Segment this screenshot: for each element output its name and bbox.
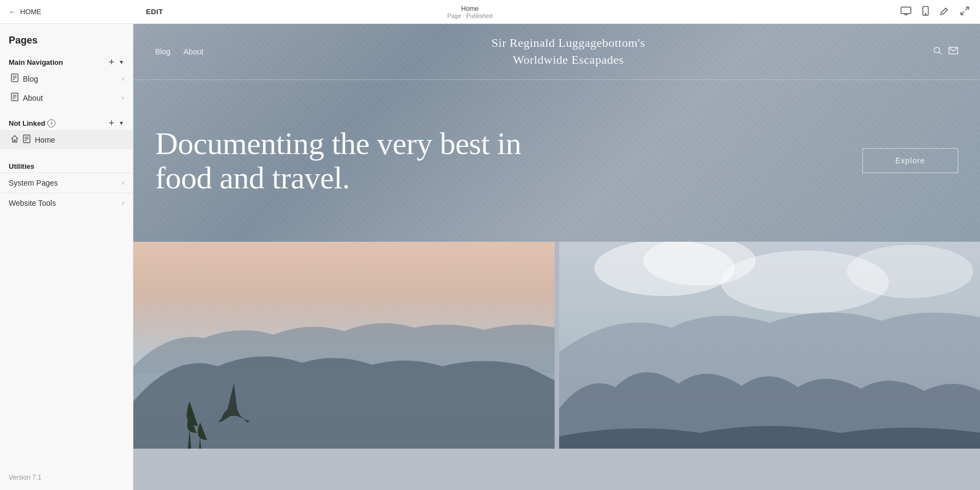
sidebar-title: Pages: [9, 35, 124, 46]
version-label: Version 7.1: [0, 465, 133, 490]
website-preview: Blog About Sir Reginald Luggagebottom's …: [133, 24, 980, 490]
sidebar-item-system-pages[interactable]: System Pages ›: [0, 173, 133, 193]
hero-headline: Documenting the very best in food and tr…: [155, 126, 862, 196]
hero-body: Documenting the very best in food and tr…: [133, 80, 980, 242]
page-title: Home: [461, 5, 479, 13]
back-arrow-icon: ←: [9, 8, 16, 16]
system-pages-label: System Pages: [9, 179, 58, 187]
about-chevron-icon: ›: [122, 94, 124, 102]
edit-label[interactable]: EDIT: [146, 8, 163, 16]
not-linked-controls: + ▾: [107, 118, 124, 128]
about-page-icon: [11, 93, 19, 103]
image-left: [133, 242, 555, 449]
svg-point-19: [934, 47, 940, 53]
site-title-line1: Sir Reginald Luggagebottom's: [492, 35, 645, 52]
website-tools-label: Website Tools: [9, 199, 56, 207]
content-area: Blog About Sir Reginald Luggagebottom's …: [133, 24, 980, 490]
top-bar-left: ← HOME: [9, 8, 41, 16]
not-linked-section: Not Linked i + ▾: [0, 114, 133, 130]
hero-cta-label: Explore: [896, 156, 925, 165]
home-page-icon: [23, 134, 30, 145]
expand-button[interactable]: [958, 4, 971, 20]
utilities-section: Utilities System Pages › Website Tools ›: [0, 158, 133, 213]
hero-section: Blog About Sir Reginald Luggagebottom's …: [133, 24, 980, 242]
blog-label: Blog: [23, 75, 38, 83]
home-current-icon: [11, 135, 19, 144]
add-not-linked-button[interactable]: +: [107, 118, 115, 128]
paint-button[interactable]: [938, 4, 952, 20]
site-title: Sir Reginald Luggagebottom's Worldwide E…: [492, 35, 645, 69]
sidebar-header: Pages: [0, 24, 133, 53]
page-status: Page · Published: [447, 13, 492, 19]
search-nav-icon[interactable]: [933, 46, 942, 57]
svg-rect-0: [901, 7, 911, 14]
sidebar-item-about[interactable]: About ›: [0, 88, 133, 107]
hero-headline-line2: food and travel.: [155, 161, 862, 195]
main-navigation-section: Main Navigation + ▾: [0, 53, 133, 69]
not-linked-label: Not Linked i: [9, 119, 56, 127]
blog-page-icon: [11, 74, 19, 84]
collapse-main-nav-button[interactable]: ▾: [119, 59, 124, 65]
top-bar-right: [898, 4, 971, 20]
about-label: About: [23, 94, 43, 102]
home-label: Home: [35, 136, 55, 144]
utilities-label: Utilities: [0, 158, 133, 173]
svg-point-4: [925, 13, 926, 14]
top-bar: ← HOME EDIT Home Page · Published: [0, 0, 980, 24]
main-navigation-label: Main Navigation: [9, 58, 63, 66]
image-right: [559, 242, 981, 449]
svg-point-28: [847, 245, 973, 298]
collapse-not-linked-button[interactable]: ▾: [119, 120, 124, 126]
svg-line-20: [939, 52, 941, 54]
site-nav-links: Blog About: [155, 47, 204, 56]
hero-headline-line1: Documenting the very best in: [155, 126, 862, 161]
back-label[interactable]: HOME: [20, 8, 41, 16]
svg-line-6: [961, 11, 964, 15]
nav-link-about[interactable]: About: [183, 47, 204, 56]
site-nav-right: [933, 46, 958, 57]
not-linked-info-icon: i: [47, 119, 56, 127]
main-navigation-controls: + ▾: [107, 57, 124, 67]
nav-link-blog[interactable]: Blog: [155, 47, 170, 56]
website-tools-chevron-icon: ›: [122, 199, 124, 207]
sidebar-item-website-tools[interactable]: Website Tools ›: [0, 193, 133, 213]
blog-chevron-icon: ›: [122, 75, 124, 83]
envelope-nav-icon[interactable]: [948, 46, 958, 57]
svg-line-5: [965, 7, 969, 10]
site-title-line2: Worldwide Escapades: [492, 52, 645, 69]
site-nav: Blog About Sir Reginald Luggagebottom's …: [133, 24, 980, 79]
page-info: Home Page · Published: [447, 5, 492, 19]
sidebar-item-blog[interactable]: Blog ›: [0, 69, 133, 88]
sidebar: Pages Main Navigation + ▾ Blog: [0, 24, 133, 490]
desktop-view-button[interactable]: [898, 4, 914, 20]
system-pages-chevron-icon: ›: [122, 179, 124, 187]
mobile-view-button[interactable]: [920, 4, 931, 20]
hero-cta-button[interactable]: Explore: [862, 148, 958, 173]
images-section: [133, 242, 980, 449]
main-layout: Pages Main Navigation + ▾ Blog: [0, 24, 980, 490]
add-main-nav-button[interactable]: +: [107, 57, 115, 67]
sidebar-item-home[interactable]: Home: [0, 130, 133, 149]
